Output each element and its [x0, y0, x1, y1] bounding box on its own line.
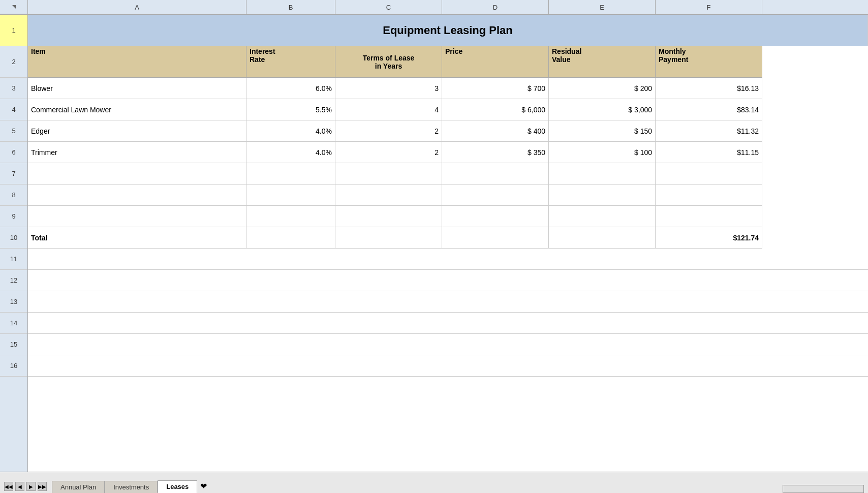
- col-header-f[interactable]: F: [656, 0, 762, 14]
- cell-e9[interactable]: [549, 206, 656, 227]
- row-num-2[interactable]: 2: [0, 46, 27, 78]
- cell-d10[interactable]: [442, 227, 549, 249]
- cell-f6[interactable]: $11.15: [656, 142, 762, 163]
- cell-b5[interactable]: 4.0%: [246, 120, 335, 142]
- row-num-3[interactable]: 3: [0, 78, 27, 99]
- table-row: Blower 6.0% 3 $ 700 $ 200 $16.13: [28, 78, 868, 99]
- nav-last-sheet[interactable]: ▶▶: [38, 482, 47, 491]
- cell-e10[interactable]: [549, 227, 656, 249]
- cell-c9[interactable]: [335, 206, 442, 227]
- select-all-button[interactable]: [0, 0, 28, 14]
- row-num-1[interactable]: 1: [0, 15, 27, 46]
- cell-b4[interactable]: 5.5%: [246, 99, 335, 120]
- cell-e4[interactable]: $ 3,000: [549, 99, 656, 120]
- nav-prev-sheet[interactable]: ◀: [15, 482, 24, 491]
- row-num-14[interactable]: 14: [0, 313, 27, 334]
- header-interest-rate: Interest Rate: [246, 46, 335, 78]
- total-payment: $121.74: [656, 227, 762, 249]
- cell-row12[interactable]: [28, 270, 868, 291]
- cell-a9[interactable]: [28, 206, 246, 227]
- cell-a6[interactable]: Trimmer: [28, 142, 246, 163]
- row-num-5[interactable]: 5: [0, 120, 27, 142]
- cell-d5[interactable]: $ 400: [442, 120, 549, 142]
- cell-f9[interactable]: [656, 206, 762, 227]
- col-header-c[interactable]: C: [335, 0, 442, 14]
- row-num-12[interactable]: 12: [0, 270, 27, 291]
- cell-e8[interactable]: [549, 184, 656, 206]
- cell-c6[interactable]: 2: [335, 142, 442, 163]
- cell-f8[interactable]: [656, 184, 762, 206]
- tab-investments[interactable]: Investments: [105, 481, 158, 493]
- cell-e3[interactable]: $ 200: [549, 78, 656, 99]
- row-num-13[interactable]: 13: [0, 291, 27, 313]
- cell-e5[interactable]: $ 150: [549, 120, 656, 142]
- nav-next-sheet[interactable]: ▶: [26, 482, 36, 491]
- cell-d3[interactable]: $ 700: [442, 78, 549, 99]
- cell-d9[interactable]: [442, 206, 549, 227]
- cell-d7[interactable]: [442, 163, 549, 184]
- empty-row-9: [28, 206, 868, 227]
- cell-d6[interactable]: $ 350: [442, 142, 549, 163]
- grid: Equipment Leasing Plan Item Interest Rat…: [28, 15, 868, 472]
- cell-a7[interactable]: [28, 163, 246, 184]
- total-label[interactable]: Total: [28, 227, 246, 249]
- cell-b6[interactable]: 4.0%: [246, 142, 335, 163]
- empty-row-7: [28, 163, 868, 184]
- cell-b7[interactable]: [246, 163, 335, 184]
- cell-row14[interactable]: [28, 313, 868, 334]
- cell-c10[interactable]: [335, 227, 442, 249]
- cell-a8[interactable]: [28, 184, 246, 206]
- row-num-16[interactable]: 16: [0, 355, 27, 377]
- row-num-4[interactable]: 4: [0, 99, 27, 120]
- cell-e6[interactable]: $ 100: [549, 142, 656, 163]
- cell-b3[interactable]: 6.0%: [246, 78, 335, 99]
- col-header-e[interactable]: E: [549, 0, 656, 14]
- cell-row15[interactable]: [28, 334, 868, 355]
- cell-d8[interactable]: [442, 184, 549, 206]
- table-row: Edger 4.0% 2 $ 400 $ 150 $11.32: [28, 120, 868, 142]
- add-sheet-button[interactable]: ❤: [197, 480, 209, 492]
- horizontal-scrollbar-area: [209, 485, 868, 493]
- cell-b10[interactable]: [246, 227, 335, 249]
- cell-a5[interactable]: Edger: [28, 120, 246, 142]
- cell-b9[interactable]: [246, 206, 335, 227]
- cell-a4[interactable]: Commercial Lawn Mower: [28, 99, 246, 120]
- cell-f7[interactable]: [656, 163, 762, 184]
- cell-c4[interactable]: 4: [335, 99, 442, 120]
- horizontal-scrollbar[interactable]: [783, 485, 864, 493]
- row-num-9[interactable]: 9: [0, 206, 27, 227]
- row-num-11[interactable]: 11: [0, 249, 27, 270]
- cell-f4[interactable]: $83.14: [656, 99, 762, 120]
- row-num-15[interactable]: 15: [0, 334, 27, 355]
- row-num-10[interactable]: 10: [0, 227, 27, 249]
- cell-c7[interactable]: [335, 163, 442, 184]
- cell-c3[interactable]: 3: [335, 78, 442, 99]
- table-row: Commercial Lawn Mower 5.5% 4 $ 6,000 $ 3…: [28, 99, 868, 120]
- nav-first-sheet[interactable]: ◀◀: [4, 482, 13, 491]
- cell-e7[interactable]: [549, 163, 656, 184]
- row-num-6[interactable]: 6: [0, 142, 27, 163]
- cell-c8[interactable]: [335, 184, 442, 206]
- tab-annual-plan[interactable]: Annual Plan: [52, 481, 105, 493]
- total-row: Total $121.74: [28, 227, 868, 249]
- empty-row-12: [28, 270, 868, 291]
- cell-f3[interactable]: $16.13: [656, 78, 762, 99]
- cell-d4[interactable]: $ 6,000: [442, 99, 549, 120]
- spreadsheet-title: Equipment Leasing Plan: [383, 24, 512, 37]
- cell-b8[interactable]: [246, 184, 335, 206]
- col-header-a[interactable]: A: [28, 0, 246, 14]
- cell-row16[interactable]: [28, 355, 868, 377]
- row-numbers: 1 2 3 4 5 6 7 8 9 10 11 12 13 14 15 16: [0, 15, 28, 472]
- cell-row13[interactable]: [28, 291, 868, 313]
- col-header-d[interactable]: D: [442, 0, 549, 14]
- title-row: Equipment Leasing Plan: [28, 15, 868, 46]
- cell-a3[interactable]: Blower: [28, 78, 246, 99]
- row-num-7[interactable]: 7: [0, 163, 27, 184]
- cell-c5[interactable]: 2: [335, 120, 442, 142]
- cell-row11[interactable]: [28, 249, 868, 270]
- tab-leases[interactable]: Leases: [158, 480, 197, 493]
- cell-f5[interactable]: $11.32: [656, 120, 762, 142]
- row-num-8[interactable]: 8: [0, 184, 27, 206]
- sheet-body: 1 2 3 4 5 6 7 8 9 10 11 12 13 14 15 16 E…: [0, 15, 868, 472]
- col-header-b[interactable]: B: [246, 0, 335, 14]
